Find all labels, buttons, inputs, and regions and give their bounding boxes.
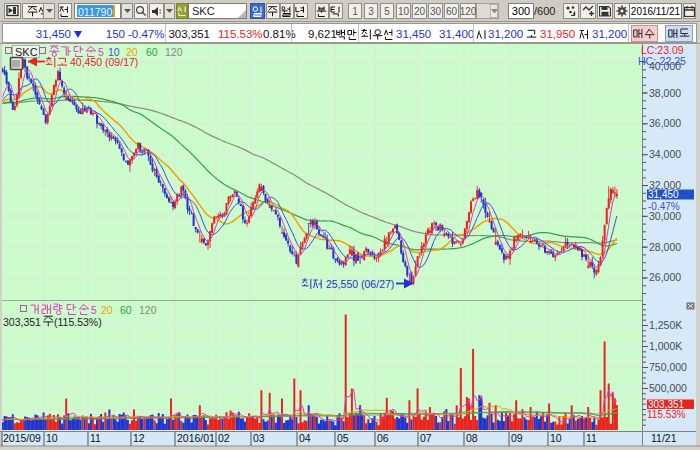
svg-text:10: 10: [550, 432, 562, 444]
svg-text:303,351: 303,351: [3, 316, 41, 328]
svg-text:38,000: 38,000: [649, 87, 681, 99]
svg-text:25,550 (06/27): 25,550 (06/27): [326, 278, 394, 290]
svg-text:28,000: 28,000: [649, 241, 681, 253]
svg-text:02: 02: [218, 432, 230, 444]
svg-text:09: 09: [511, 432, 523, 444]
svg-text:31,450: 31,450: [648, 189, 679, 200]
svg-text:36,000: 36,000: [649, 117, 681, 129]
svg-text:115.53%: 115.53%: [647, 409, 686, 420]
svg-text:05: 05: [337, 432, 349, 444]
svg-text:60: 60: [146, 46, 158, 58]
svg-text:06: 06: [377, 432, 389, 444]
svg-text:10: 10: [108, 46, 120, 58]
svg-text:11/21: 11/21: [651, 432, 677, 444]
svg-text:500,000: 500,000: [649, 382, 687, 394]
svg-text:10: 10: [46, 432, 58, 444]
svg-text:120: 120: [139, 304, 157, 316]
svg-text:2016/01: 2016/01: [177, 432, 215, 444]
svg-text:04: 04: [299, 432, 311, 444]
svg-text:750,000: 750,000: [649, 361, 687, 373]
svg-text:1,000K: 1,000K: [649, 340, 682, 352]
svg-text:1,250K: 1,250K: [649, 319, 682, 331]
svg-text:30,000: 30,000: [649, 210, 681, 222]
svg-text:120: 120: [165, 46, 183, 58]
svg-text:-0.47%: -0.47%: [648, 201, 680, 212]
svg-text:03: 03: [253, 432, 265, 444]
svg-text:(115.53%): (115.53%): [54, 316, 102, 328]
svg-text:11: 11: [586, 432, 597, 444]
svg-text:34,000: 34,000: [649, 148, 681, 160]
svg-text:SKC: SKC: [15, 46, 38, 58]
svg-text:40,450 (09/17): 40,450 (09/17): [70, 56, 138, 68]
svg-text:5: 5: [91, 304, 97, 316]
svg-text:5: 5: [98, 46, 104, 58]
svg-text:60: 60: [120, 304, 132, 316]
svg-text:12: 12: [133, 432, 145, 444]
svg-text:2015/09: 2015/09: [3, 432, 41, 444]
svg-text:11: 11: [90, 432, 101, 444]
svg-text:20: 20: [101, 304, 113, 316]
svg-text:26,000: 26,000: [649, 271, 681, 283]
svg-text:07: 07: [420, 432, 432, 444]
svg-text:20: 20: [126, 46, 138, 58]
svg-text:HC:-22.25: HC:-22.25: [638, 55, 686, 67]
svg-text:08: 08: [466, 432, 478, 444]
